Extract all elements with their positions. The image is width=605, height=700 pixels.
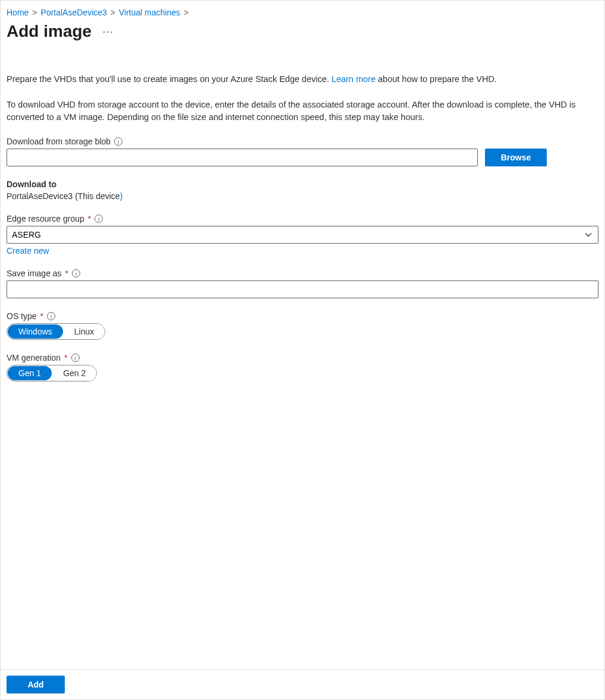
add-button[interactable]: Add xyxy=(7,676,65,693)
download-to-label: Download to xyxy=(7,179,56,189)
info-icon[interactable]: i xyxy=(114,137,122,146)
browse-button[interactable]: Browse xyxy=(485,149,547,166)
breadcrumb-vms[interactable]: Virtual machines xyxy=(119,8,180,17)
learn-more-link[interactable]: Learn more xyxy=(332,74,376,84)
create-new-link[interactable]: Create new xyxy=(7,246,49,256)
vm-gen-toggle: Gen 1 Gen 2 xyxy=(7,365,97,381)
info-icon[interactable]: i xyxy=(94,215,103,223)
intro-text-1: Prepare the VHDs that you'll use to crea… xyxy=(7,73,583,86)
download-to-suffix: (This device xyxy=(73,191,119,201)
chevron-right-icon: > xyxy=(32,8,37,17)
save-as-label: Save image as xyxy=(7,269,62,278)
os-type-label: OS type xyxy=(7,311,37,321)
required-star: * xyxy=(40,311,43,321)
download-to-device: PortalAseDevice3 xyxy=(7,191,73,201)
intro-text-2: To download VHD from storage account to … xyxy=(7,99,583,124)
resource-group-select[interactable] xyxy=(7,226,598,244)
chevron-right-icon: > xyxy=(111,8,115,17)
footer-bar: Add xyxy=(1,669,604,699)
download-blob-input[interactable] xyxy=(7,149,478,166)
resource-group-label: Edge resource group xyxy=(7,214,84,223)
intro-text-1b: about how to prepare the VHD. xyxy=(376,74,497,84)
os-type-windows[interactable]: Windows xyxy=(8,324,63,339)
save-as-input[interactable] xyxy=(7,280,598,298)
info-icon[interactable]: i xyxy=(47,312,55,320)
page-title: Add image xyxy=(7,22,92,41)
required-star: * xyxy=(88,214,91,223)
breadcrumb: Home > PortalAseDevice3 > Virtual machin… xyxy=(7,8,598,17)
download-to-close: ) xyxy=(120,191,123,201)
vm-gen-2[interactable]: Gen 2 xyxy=(52,365,96,381)
vm-gen-1[interactable]: Gen 1 xyxy=(8,366,52,380)
intro-text-1a: Prepare the VHDs that you'll use to crea… xyxy=(7,74,332,84)
info-icon[interactable]: i xyxy=(72,269,80,278)
more-icon[interactable]: ⋯ xyxy=(102,25,114,38)
vm-gen-label: VM generation xyxy=(7,353,61,362)
breadcrumb-home[interactable]: Home xyxy=(7,8,29,17)
download-blob-label: Download from storage blob xyxy=(7,137,111,146)
chevron-right-icon: > xyxy=(184,8,188,17)
os-type-toggle: Windows Linux xyxy=(7,323,105,340)
required-star: * xyxy=(65,269,68,278)
required-star: * xyxy=(64,353,67,362)
info-icon[interactable]: i xyxy=(71,354,80,362)
os-type-linux[interactable]: Linux xyxy=(64,324,105,339)
breadcrumb-device[interactable]: PortalAseDevice3 xyxy=(41,8,107,17)
download-to-value: PortalAseDevice3 (This device) xyxy=(7,191,598,201)
